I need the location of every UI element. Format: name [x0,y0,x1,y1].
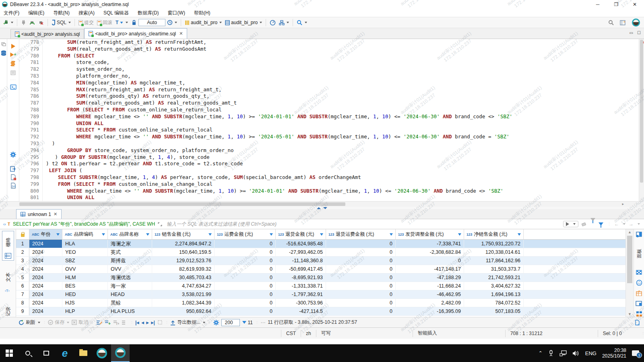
menu-database[interactable]: 数据库(D) [138,10,159,16]
tab-grid-view[interactable]: 栅格 [2,231,14,261]
column-filter-icon[interactable] [320,233,323,236]
table-cell[interactable]: 2024 [29,274,62,282]
code-line[interactable]: FROM (SELECT * FROM custom_online_sale_r… [46,107,639,113]
table-cell[interactable]: 31,503,373.7 [464,265,524,273]
result-grid[interactable]: ABC年份ABC品牌编码ABC品牌名称123销售金额 (元)123运费金额 (元… [16,229,625,317]
column-header[interactable]: 123退货金额 (元) [276,229,326,239]
table-cell[interactable]: HLA PLUS [108,307,152,315]
edit-row-icon[interactable] [96,320,102,325]
line-number[interactable]: 792 [19,134,39,140]
next-page-icon[interactable]: ▸ [146,320,149,325]
code-line[interactable]: platform_order_no, [46,73,639,80]
table-cell[interactable]: 30,485,703.43 [152,274,215,282]
commit-mode-button[interactable] [277,19,291,26]
editor-horizontal-scrollbar[interactable]: ◂▸ [0,201,644,207]
grid-settings-gear-icon[interactable] [213,320,219,325]
tab-analysis-sql[interactable]: <audit_bi_pro> analysis.sql [10,29,84,39]
table-cell[interactable]: -2,308,682.84 [396,248,464,256]
column-header[interactable]: 123运费金额 (元) [215,229,276,239]
filter-input[interactable]: 输入一个 SQL 表达式来过滤结果 (使用 Ctrl+Space) [167,221,563,228]
line-number[interactable]: 779 [19,46,39,53]
table-cell[interactable]: 0 [215,274,276,282]
table-cell[interactable]: HLA [62,240,108,248]
table-row[interactable]: 62024BES海一家4,747,634.270-1,331,338.710-1… [16,282,625,290]
table-cell[interactable]: 3,538,021.99 [152,290,215,298]
table-row[interactable]: 82024HJS黑鲸1,082,344.390-300,753.9602,482… [16,299,625,307]
apply-filter-button[interactable] [563,221,578,227]
save-button[interactable]: 保存 [48,319,69,326]
code-area[interactable]: SUM(return_freight_amt_t) AS returnFreig… [43,39,639,201]
table-row[interactable]: 32024SBZ斯搏兹129,012,523.760-11,148,360.80… [16,257,625,265]
table-cell[interactable]: 0 [326,265,396,273]
sql-editor-button[interactable]: SQL [50,19,72,26]
close-button[interactable]: ✕ [625,0,644,9]
line-number[interactable]: 801 [19,194,39,201]
editor-vertical-scrollbar[interactable] [639,39,644,201]
table-row[interactable]: 52024HLM海澜优选30,485,703.430-8,695,921.930… [16,274,625,282]
table-cell[interactable]: -11,668.24 [396,282,464,290]
metadata-icon[interactable] [636,280,642,286]
table-cell[interactable]: OVV [108,265,152,273]
table-cell[interactable]: -27,993,462.05 [276,248,326,256]
table-cell[interactable]: -7,338,741 [396,240,464,248]
line-number[interactable]: 794 [19,147,39,154]
grid-corner-lock[interactable] [16,229,29,239]
table-cell[interactable]: -47,188.29 [396,274,464,282]
table-cell[interactable]: 0 [215,265,276,273]
line-number[interactable]: 783 [19,73,39,80]
tray-expand-icon[interactable]: ⌃ [539,350,543,356]
history-forward-icon[interactable]: → [629,221,634,227]
column-header[interactable]: 123净销售金额 (元) [464,229,524,239]
table-cell[interactable]: -427,114.5 [276,307,326,315]
file-explorer-button[interactable] [74,344,93,362]
output-view-icon[interactable] [10,166,16,172]
menu-navigate[interactable]: 导航(N) [53,10,70,16]
task-view-button[interactable] [37,344,56,362]
line-number[interactable]: 778 [19,39,39,46]
fetch-size-input[interactable]: 200 [221,319,240,326]
sql-editor[interactable]: 7787797807817827837847857867877887897907… [19,39,644,201]
disconnect-icon[interactable] [21,20,26,25]
code-line[interactable]: WHERE mgclear_time <> '' AND SUBSTR(mgcl… [46,188,639,195]
export-data-button[interactable]: 导出数据... [170,319,205,326]
table-cell[interactable]: HJS [62,299,108,307]
table-cell[interactable]: 0 [215,290,276,298]
table-cell[interactable]: 4,747,634.27 [152,282,215,290]
sql-console-icon[interactable] [10,84,17,90]
grid-vertical-scrollbar[interactable]: ▲▼ [625,229,634,317]
code-line[interactable]: SUM(real_return_goods_amt_t) AS returnGo… [46,46,639,53]
dbeaver-taskbar-button[interactable] [93,344,111,362]
table-cell[interactable]: -1,797,362.91 [276,290,326,298]
menu-sql-editor[interactable]: SQL 编辑器 [103,10,129,16]
tab-text-view[interactable]: 文本 ‹T› [2,266,14,295]
delete-row-icon[interactable] [122,320,128,325]
internet-explorer-button[interactable]: e [56,344,74,362]
row-number[interactable]: 1 [16,240,29,248]
column-header[interactable]: ABC品牌编码 [62,229,108,239]
table-cell[interactable]: 0 [326,240,396,248]
column-filter-icon[interactable] [270,233,273,236]
duplicate-row-icon[interactable]: (+) [113,320,119,325]
maximize-button[interactable]: ❐ [607,0,625,9]
table-cell[interactable]: 1,750,931,220.72 [464,240,524,248]
table-cell[interactable]: 斯搏兹 [108,257,152,265]
row-number[interactable]: 6 [16,282,29,290]
column-header[interactable]: ABC年份 [29,229,62,239]
code-line[interactable]: SUM(return_goods_qty) AS return_goods_qt… [46,93,639,100]
table-cell[interactable]: 784,072.52 [464,299,524,307]
table-cell[interactable]: 海一家 [108,282,152,290]
value-viewer-icon[interactable] [636,270,642,275]
code-line[interactable]: FROM (SELECT * FROM custom_online_sale_c… [46,181,639,188]
table-cell[interactable]: 2024 [29,307,62,315]
table-cell[interactable]: 1,694,196.13 [464,290,524,298]
code-line[interactable]: MAX(return_freight_amt) AS return_freigh… [46,86,639,93]
row-number[interactable]: 8 [16,299,29,307]
settings-gear-icon[interactable] [10,152,16,158]
column-filter-icon[interactable] [390,233,393,236]
minimize-editor-icon[interactable]: ▭ [630,31,633,35]
column-filter-icon[interactable] [146,233,149,236]
line-number[interactable]: 790 [19,120,39,127]
close-results-tab-icon[interactable]: ✕ [54,212,57,217]
line-number[interactable]: 781 [19,59,39,66]
filter-query-text[interactable]: SELECT perYear AS "年份", brandCode AS "品牌… [13,221,155,228]
